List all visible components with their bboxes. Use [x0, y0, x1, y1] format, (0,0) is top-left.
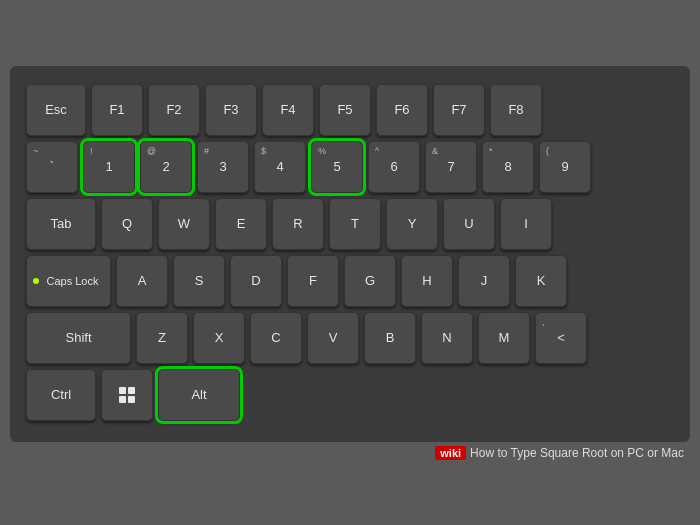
wiki-badge: wiki: [435, 446, 466, 460]
key-e[interactable]: E: [215, 198, 267, 250]
key-9[interactable]: ( 9: [539, 141, 591, 193]
caps-lock-indicator: [33, 278, 39, 284]
key-6[interactable]: ^ 6: [368, 141, 420, 193]
key-f5[interactable]: F5: [319, 84, 371, 136]
key-f4[interactable]: F4: [262, 84, 314, 136]
key-y[interactable]: Y: [386, 198, 438, 250]
key-d[interactable]: D: [230, 255, 282, 307]
key-win[interactable]: [101, 369, 153, 421]
function-row: Esc F1 F2 F3 F4 F5 F6: [26, 84, 674, 136]
key-u[interactable]: U: [443, 198, 495, 250]
key-z[interactable]: Z: [136, 312, 188, 364]
key-t[interactable]: T: [329, 198, 381, 250]
key-3[interactable]: # 3: [197, 141, 249, 193]
key-2[interactable]: @ 2: [140, 141, 192, 193]
key-v[interactable]: V: [307, 312, 359, 364]
watermark-text: How to Type Square Root on PC or Mac: [470, 446, 684, 460]
zxcv-row: Shift Z X C V B N: [26, 312, 674, 364]
key-comma[interactable]: , <: [535, 312, 587, 364]
key-capslock[interactable]: Caps Lock: [26, 255, 111, 307]
key-f7[interactable]: F7: [433, 84, 485, 136]
asdf-row: Caps Lock A S D F G H: [26, 255, 674, 307]
key-8[interactable]: * 8: [482, 141, 534, 193]
key-5[interactable]: % 5: [311, 141, 363, 193]
key-r[interactable]: R: [272, 198, 324, 250]
key-n[interactable]: N: [421, 312, 473, 364]
key-f1[interactable]: F1: [91, 84, 143, 136]
key-x[interactable]: X: [193, 312, 245, 364]
key-f6[interactable]: F6: [376, 84, 428, 136]
number-row: ~ ` ! 1 @ 2 # 3 $ 4: [26, 141, 674, 193]
key-m[interactable]: M: [478, 312, 530, 364]
key-s[interactable]: S: [173, 255, 225, 307]
key-shift[interactable]: Shift: [26, 312, 131, 364]
key-h[interactable]: H: [401, 255, 453, 307]
key-tab[interactable]: Tab: [26, 198, 96, 250]
watermark-bar: wiki How to Type Square Root on PC or Ma…: [10, 442, 690, 460]
key-a[interactable]: A: [116, 255, 168, 307]
key-backtick[interactable]: ~ `: [26, 141, 78, 193]
key-esc[interactable]: Esc: [26, 84, 86, 136]
ctrl-row: Ctrl Alt: [26, 369, 674, 421]
key-7[interactable]: & 7: [425, 141, 477, 193]
key-f[interactable]: F: [287, 255, 339, 307]
key-j[interactable]: J: [458, 255, 510, 307]
key-4[interactable]: $ 4: [254, 141, 306, 193]
key-c[interactable]: C: [250, 312, 302, 364]
key-g[interactable]: G: [344, 255, 396, 307]
key-i[interactable]: I: [500, 198, 552, 250]
key-ctrl[interactable]: Ctrl: [26, 369, 96, 421]
windows-icon: [119, 387, 135, 403]
key-1[interactable]: ! 1: [83, 141, 135, 193]
key-k[interactable]: K: [515, 255, 567, 307]
key-f8[interactable]: F8: [490, 84, 542, 136]
key-f3[interactable]: F3: [205, 84, 257, 136]
key-q[interactable]: Q: [101, 198, 153, 250]
key-alt[interactable]: Alt: [158, 369, 240, 421]
key-f2[interactable]: F2: [148, 84, 200, 136]
key-b[interactable]: B: [364, 312, 416, 364]
key-w[interactable]: W: [158, 198, 210, 250]
qwerty-row: Tab Q W E R T Y: [26, 198, 674, 250]
keyboard-container: Esc F1 F2 F3 F4 F5 F6: [10, 66, 690, 442]
